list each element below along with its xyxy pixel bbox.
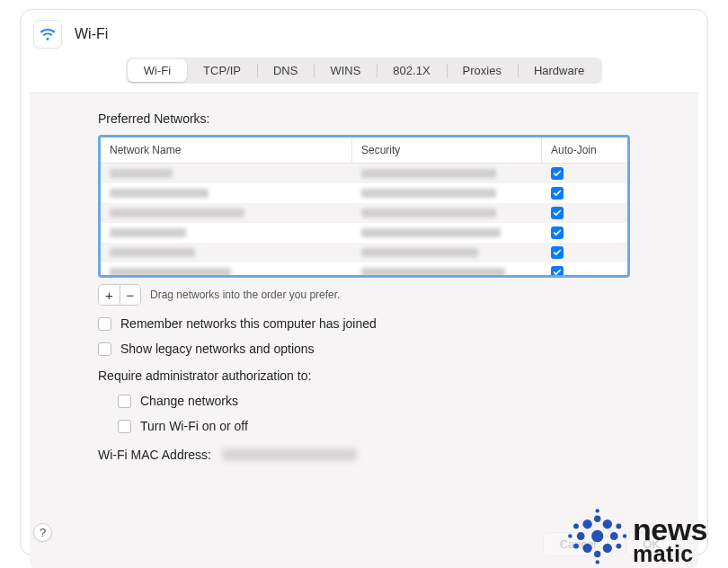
cell-security <box>352 203 542 223</box>
tab-8021x[interactable]: 802.1X <box>377 59 446 82</box>
cell-security <box>352 183 542 203</box>
svg-point-10 <box>616 523 621 528</box>
cell-auto-join <box>542 243 627 262</box>
svg-point-0 <box>591 530 603 542</box>
preferred-networks-table[interactable]: Network Name Security Auto-Join <box>98 135 630 278</box>
remember-networks-checkbox[interactable] <box>98 317 111 331</box>
cell-auto-join <box>542 223 627 243</box>
cell-security <box>352 262 542 275</box>
cell-network-name <box>101 183 352 203</box>
svg-point-14 <box>595 560 599 564</box>
turn-wifi-label: Turn Wi-Fi on or off <box>140 419 248 433</box>
table-row[interactable] <box>101 183 627 203</box>
watermark-text: news matic <box>633 512 707 563</box>
cell-security <box>352 223 542 243</box>
tab-wifi[interactable]: Wi-Fi <box>128 59 187 82</box>
cell-network-name <box>101 223 352 243</box>
svg-point-7 <box>594 516 600 522</box>
cell-network-name <box>101 203 352 223</box>
auto-join-checkbox[interactable] <box>551 246 564 259</box>
svg-point-9 <box>573 523 579 528</box>
mac-address-row: Wi-Fi MAC Address: <box>98 448 630 462</box>
cell-security <box>352 164 542 183</box>
cell-network-name <box>101 243 352 262</box>
auto-join-checkbox[interactable] <box>551 266 564 275</box>
col-auto-join[interactable]: Auto-Join <box>542 138 627 164</box>
cell-auto-join <box>542 183 627 203</box>
table-row[interactable] <box>101 243 627 262</box>
mac-address-label: Wi-Fi MAC Address: <box>98 448 211 462</box>
legacy-networks-checkbox[interactable] <box>98 342 111 356</box>
auto-join-checkbox[interactable] <box>551 167 564 180</box>
legacy-networks-label: Show legacy networks and options <box>120 342 315 356</box>
table-row[interactable] <box>101 223 627 243</box>
cell-network-name <box>101 164 352 183</box>
table-header: Network Name Security Auto-Join <box>101 138 627 164</box>
add-network-button[interactable]: + <box>99 285 120 305</box>
titlebar: Wi-Fi <box>21 10 707 52</box>
svg-point-6 <box>610 532 618 540</box>
tab-tcpip[interactable]: TCP/IP <box>187 59 257 82</box>
window-title: Wi-Fi <box>75 26 108 42</box>
add-remove-bar: + − Drag networks into the order you pre… <box>98 284 630 306</box>
auto-join-checkbox[interactable] <box>551 226 564 239</box>
col-network-name[interactable]: Network Name <box>101 138 352 164</box>
panel: Preferred Networks: Network Name Securit… <box>30 93 698 568</box>
table-row[interactable] <box>101 203 627 223</box>
auto-join-checkbox[interactable] <box>551 207 564 219</box>
require-admin-label: Require administrator authorization to: <box>98 368 630 383</box>
tabbar: Wi-FiTCP/IPDNSWINS802.1XProxiesHardware <box>21 58 707 84</box>
tab-proxies[interactable]: Proxies <box>447 59 518 82</box>
tab-dns[interactable]: DNS <box>257 59 314 82</box>
turn-wifi-checkbox[interactable] <box>118 420 131 433</box>
cell-network-name <box>101 262 352 275</box>
change-networks-label: Change networks <box>140 394 238 408</box>
svg-point-3 <box>582 544 591 553</box>
preferred-networks-label: Preferred Networks: <box>98 111 630 126</box>
help-button[interactable]: ? <box>33 523 52 542</box>
drag-hint: Drag networks into the order you prefer. <box>150 288 340 301</box>
tab-hardware[interactable]: Hardware <box>518 59 600 82</box>
col-security[interactable]: Security <box>352 138 542 164</box>
cell-security <box>352 243 542 262</box>
remove-network-button[interactable]: − <box>120 285 140 305</box>
change-networks-option[interactable]: Change networks <box>118 394 630 408</box>
auto-join-checkbox[interactable] <box>551 187 564 200</box>
wifi-advanced-window: Wi-Fi Wi-FiTCP/IPDNSWINS802.1XProxiesHar… <box>20 9 708 555</box>
svg-point-13 <box>595 509 599 512</box>
tab-wins[interactable]: WINS <box>314 59 377 82</box>
remember-networks-label: Remember networks this computer has join… <box>120 316 377 331</box>
svg-point-15 <box>568 534 572 537</box>
cell-auto-join <box>542 203 627 223</box>
svg-point-12 <box>616 544 621 549</box>
svg-point-16 <box>623 534 626 537</box>
table-row[interactable] <box>101 164 627 183</box>
svg-point-1 <box>582 519 591 528</box>
watermark-logo: news matic <box>561 504 707 568</box>
svg-point-5 <box>577 532 585 540</box>
wifi-icon <box>33 20 62 49</box>
remember-networks-option[interactable]: Remember networks this computer has join… <box>98 316 630 331</box>
turn-wifi-option[interactable]: Turn Wi-Fi on or off <box>118 419 630 433</box>
change-networks-checkbox[interactable] <box>118 395 131 408</box>
watermark-icon <box>561 504 627 568</box>
cell-auto-join <box>542 164 627 183</box>
mac-address-value-blurred <box>222 448 357 461</box>
svg-point-4 <box>603 544 612 553</box>
add-remove-group: + − <box>98 284 141 306</box>
svg-point-2 <box>603 519 612 528</box>
table-row[interactable] <box>101 262 627 275</box>
table-body[interactable] <box>101 164 627 275</box>
legacy-networks-option[interactable]: Show legacy networks and options <box>98 342 630 356</box>
svg-point-8 <box>594 551 600 557</box>
svg-point-11 <box>573 544 579 549</box>
cell-auto-join <box>542 262 627 275</box>
